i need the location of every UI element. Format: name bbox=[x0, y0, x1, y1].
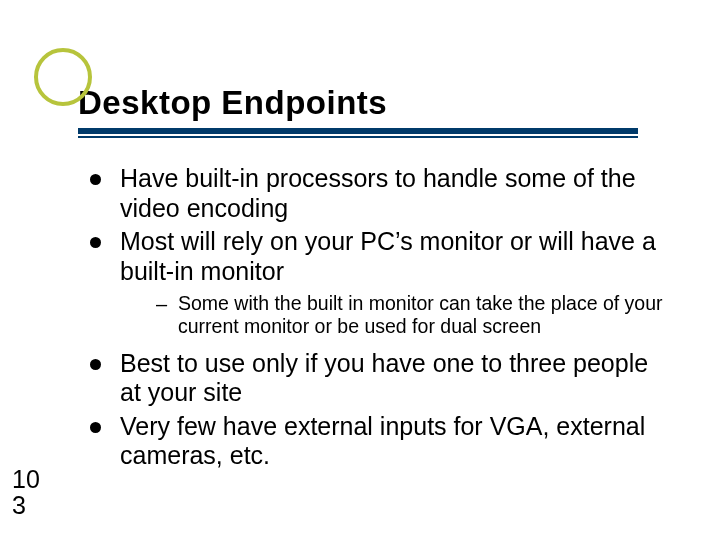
bullet-text: Best to use only if you have one to thre… bbox=[120, 349, 648, 407]
page-number-line: 10 bbox=[12, 466, 40, 492]
sub-bullet-list: Some with the built in monitor can take … bbox=[156, 292, 670, 339]
page-number-line: 3 bbox=[12, 492, 40, 518]
rule-thick bbox=[78, 128, 638, 134]
bullet-list: Have built-in processors to handle some … bbox=[90, 164, 670, 471]
bullet-item: Have built-in processors to handle some … bbox=[90, 164, 670, 223]
slide-title: Desktop Endpoints bbox=[78, 84, 670, 122]
bullet-text: Have built-in processors to handle some … bbox=[120, 164, 636, 222]
title-underline bbox=[78, 128, 670, 138]
slide-body: Have built-in processors to handle some … bbox=[90, 164, 670, 471]
accent-circle-icon bbox=[34, 48, 92, 106]
page-number: 10 3 bbox=[12, 466, 40, 519]
slide: Desktop Endpoints Have built-in processo… bbox=[0, 0, 720, 540]
bullet-item: Best to use only if you have one to thre… bbox=[90, 349, 670, 408]
sub-bullet-item: Some with the built in monitor can take … bbox=[156, 292, 670, 339]
bullet-text: Very few have external inputs for VGA, e… bbox=[120, 412, 645, 470]
bullet-text: Most will rely on your PC’s monitor or w… bbox=[120, 227, 656, 285]
bullet-item: Most will rely on your PC’s monitor or w… bbox=[90, 227, 670, 339]
sub-bullet-text: Some with the built in monitor can take … bbox=[178, 292, 663, 337]
rule-thin bbox=[78, 136, 638, 138]
bullet-item: Very few have external inputs for VGA, e… bbox=[90, 412, 670, 471]
